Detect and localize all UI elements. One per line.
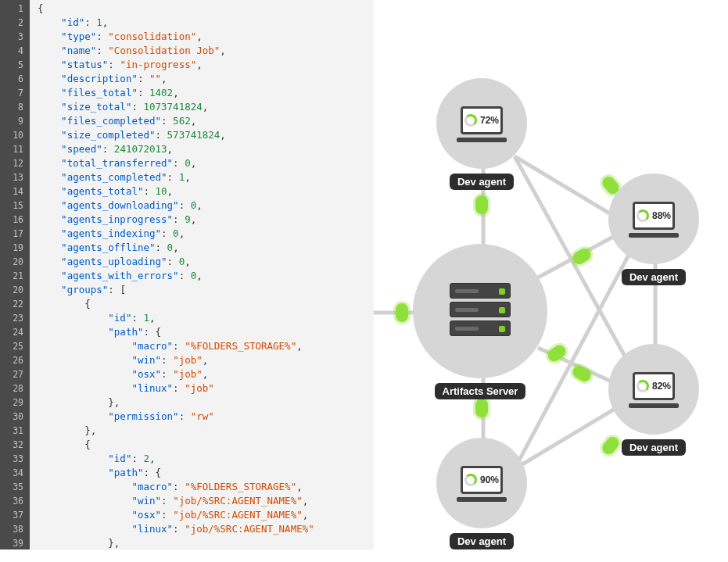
- line-number: 20: [5, 255, 23, 269]
- laptop-icon: 88%: [629, 202, 679, 236]
- line-number: 35: [5, 480, 23, 494]
- line-number: 31: [5, 424, 23, 438]
- node-label: Dev agent: [450, 174, 514, 190]
- line-number: 15: [5, 199, 23, 213]
- line-number: 29: [5, 396, 23, 410]
- node-circle: 72%: [436, 78, 527, 169]
- layout-root: 1 2 3 4 5 6 7 8 9 10 11 12 13 14 15 16 1…: [0, 0, 728, 562]
- line-number: 5: [5, 58, 23, 72]
- node-label: Dev agent: [622, 269, 686, 285]
- line-number: 32: [5, 438, 23, 452]
- line-number: 19: [5, 241, 23, 255]
- node-label: Artifacts Server: [435, 383, 526, 399]
- code-body: { "id": 1, "type": "consolidation", "nam…: [30, 0, 374, 549]
- line-number: 23: [5, 311, 23, 325]
- network-diagram: Artifacts Server 72% Dev agent 88% Dev a…: [374, 0, 728, 562]
- line-number: 34: [5, 466, 23, 480]
- line-number: 8: [5, 100, 23, 114]
- line-number: 24: [5, 325, 23, 339]
- line-number: 26: [5, 353, 23, 367]
- line-number: 20: [5, 283, 23, 297]
- line-number: 1: [5, 2, 23, 16]
- line-number: 22: [5, 297, 23, 311]
- node-circle: 90%: [436, 438, 527, 528]
- laptop-icon: 72%: [457, 106, 507, 141]
- data-packet-icon: [475, 195, 488, 214]
- line-number: 27: [5, 367, 23, 381]
- line-number: 39: [5, 536, 23, 549]
- laptop-icon: 90%: [457, 466, 507, 500]
- line-number: 25: [5, 339, 23, 353]
- dev-agent-node: 82% Dev agent: [608, 344, 699, 456]
- line-number-gutter: 1 2 3 4 5 6 7 8 9 10 11 12 13 14 15 16 1…: [0, 0, 30, 549]
- agent-percent: 82%: [652, 381, 671, 392]
- artifacts-server-node: Artifacts Server: [413, 244, 547, 399]
- line-number: 30: [5, 410, 23, 424]
- line-number: 38: [5, 522, 23, 536]
- agent-percent: 72%: [480, 115, 499, 126]
- node-circle: 82%: [608, 344, 699, 435]
- line-number: 17: [5, 227, 23, 241]
- dev-agent-node: 72% Dev agent: [436, 78, 527, 190]
- line-number: 16: [5, 213, 23, 227]
- dev-agent-node: 88% Dev agent: [608, 174, 699, 285]
- line-number: 11: [5, 142, 23, 156]
- line-number: 7: [5, 86, 23, 100]
- line-number: 3: [5, 30, 23, 44]
- line-number: 14: [5, 184, 23, 199]
- line-number: 33: [5, 452, 23, 466]
- node-label: Dev agent: [450, 533, 514, 549]
- line-number: 21: [5, 269, 23, 283]
- line-number: 37: [5, 508, 23, 522]
- node-circle: [413, 244, 547, 378]
- dev-agent-node: 90% Dev agent: [436, 438, 527, 549]
- server-icon: [450, 283, 511, 339]
- line-number: 2: [5, 16, 23, 30]
- line-number: 10: [5, 128, 23, 142]
- line-number: 28: [5, 381, 23, 396]
- node-label: Dev agent: [622, 439, 686, 456]
- data-packet-icon: [475, 399, 488, 417]
- line-number: 36: [5, 494, 23, 508]
- line-number: 6: [5, 72, 23, 86]
- line-number: 13: [5, 170, 23, 184]
- line-number: 12: [5, 156, 23, 170]
- data-packet-icon: [396, 303, 408, 322]
- agent-percent: 90%: [480, 474, 499, 485]
- node-circle: 88%: [608, 174, 699, 264]
- laptop-icon: 82%: [629, 372, 679, 406]
- agent-percent: 88%: [652, 210, 671, 221]
- line-number: 9: [5, 114, 23, 128]
- line-number: 4: [5, 44, 23, 58]
- code-editor: 1 2 3 4 5 6 7 8 9 10 11 12 13 14 15 16 1…: [0, 0, 374, 549]
